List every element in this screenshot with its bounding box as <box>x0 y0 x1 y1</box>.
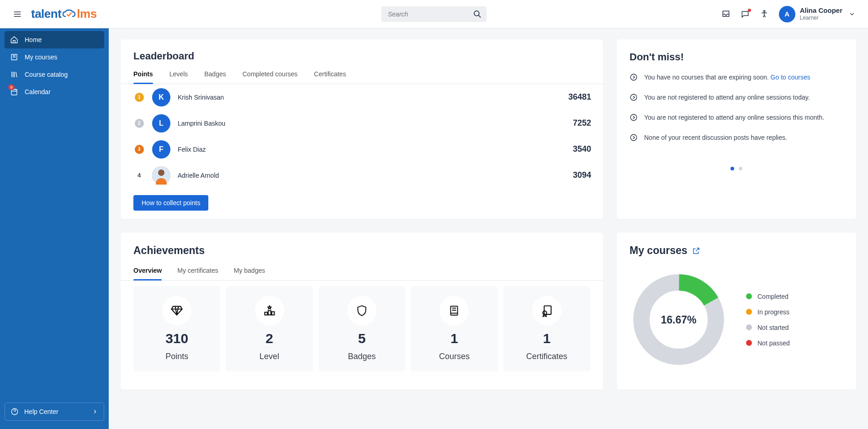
book-icon <box>439 296 469 325</box>
leaderboard-score: 3094 <box>573 170 596 180</box>
legend-dot <box>746 324 752 330</box>
stat-label: Courses <box>439 352 470 361</box>
leaderboard-score: 36481 <box>568 92 596 102</box>
svg-rect-11 <box>265 312 267 315</box>
home-icon <box>10 36 18 44</box>
arrow-circle-icon <box>630 73 638 81</box>
leaderboard-score: 3540 <box>573 144 596 154</box>
tab-overview[interactable]: Overview <box>133 267 162 280</box>
svg-rect-3 <box>11 90 17 95</box>
tab-certificates[interactable]: Certificates <box>314 70 346 84</box>
tab-my-badges[interactable]: My badges <box>234 267 265 280</box>
stat-points: 310 Points <box>133 286 220 371</box>
completion-percent: 16.67% <box>661 313 696 326</box>
stat-level: 2 Level <box>226 286 312 371</box>
go-to-courses-link[interactable]: Go to courses <box>771 74 810 81</box>
logo[interactable]: talent lms <box>31 7 97 21</box>
help-label: Help Center <box>24 408 58 415</box>
svg-point-6 <box>158 169 164 176</box>
user-menu[interactable]: A Alina Cooper Learner <box>779 6 855 22</box>
inbox-icon[interactable] <box>721 10 730 19</box>
courses-icon <box>10 53 18 61</box>
top-bar: talent lms A Alina Cooper Learner <box>0 0 868 28</box>
messages-icon[interactable] <box>741 10 750 19</box>
rank-medal-gold: 1 <box>135 93 144 102</box>
svg-rect-12 <box>268 311 271 315</box>
carousel-dot[interactable] <box>730 167 734 170</box>
hamburger-icon <box>13 10 22 19</box>
certificate-icon <box>532 296 561 325</box>
search-input[interactable] <box>381 6 487 22</box>
external-link-icon[interactable] <box>692 247 700 255</box>
svg-rect-14 <box>451 306 458 315</box>
achievements-tabs: Overview My certificates My badges <box>121 267 603 281</box>
leaderboard-title: Leaderboard <box>121 50 603 62</box>
logo-part1: talent <box>31 7 61 21</box>
notice-item: You are not registered to attend any onl… <box>630 113 843 122</box>
logo-part2: lms <box>77 7 96 21</box>
avatar: A <box>779 6 795 22</box>
menu-toggle[interactable] <box>8 10 26 19</box>
svg-point-7 <box>630 74 637 80</box>
achievements-title: Achievements <box>121 244 603 257</box>
rank-number: 4 <box>133 172 145 179</box>
podium-icon <box>255 296 284 325</box>
tab-levels[interactable]: Levels <box>169 70 188 84</box>
sidebar-label: Calendar <box>25 88 51 95</box>
tab-completed[interactable]: Completed courses <box>243 70 298 84</box>
dont-miss-card: Don't miss! You have no courses that are… <box>617 39 856 219</box>
tab-badges[interactable]: Badges <box>204 70 226 84</box>
stat-courses: 1 Courses <box>411 286 498 371</box>
my-courses-card: My courses 16.67% Completed In progress … <box>617 233 856 390</box>
carousel-dots <box>630 167 843 170</box>
stat-label: Points <box>165 352 188 361</box>
leaderboard-name: Felix Diaz <box>178 146 566 153</box>
arrow-circle-icon <box>630 133 638 142</box>
sidebar-item-home[interactable]: Home <box>5 31 104 48</box>
stat-value: 1 <box>543 331 550 346</box>
sidebar-item-catalog[interactable]: Course catalog <box>5 66 104 83</box>
legend-item: Not passed <box>746 339 790 347</box>
leaderboard-row: 4 Adrielle Arnold 3094 <box>133 162 596 188</box>
legend-dot <box>746 309 752 315</box>
dont-miss-title: Don't miss! <box>630 51 843 63</box>
notice-text: None of your recent discussion posts hav… <box>644 134 787 141</box>
sidebar-item-my-courses[interactable]: My courses <box>5 48 104 66</box>
shield-icon <box>347 296 376 325</box>
sidebar-item-calendar[interactable]: 9 Calendar <box>5 83 104 101</box>
leaderboard-rows[interactable]: 1 K Krish Srinivasan 36481 2 L Lamprini … <box>121 84 603 191</box>
search-icon[interactable] <box>473 10 482 19</box>
leaderboard-score: 7252 <box>573 118 596 128</box>
stat-value: 5 <box>358 331 366 346</box>
stat-value: 1 <box>450 331 458 346</box>
notice-text: You are not registered to attend any onl… <box>644 94 810 101</box>
search-wrapper <box>381 6 487 22</box>
stat-label: Badges <box>348 352 376 361</box>
legend-item: In progress <box>746 308 790 316</box>
leaderboard-avatar: L <box>152 114 170 132</box>
svg-rect-15 <box>544 306 551 315</box>
tab-my-certificates[interactable]: My certificates <box>177 267 218 280</box>
user-name: Alina Cooper <box>800 6 842 15</box>
achievements-card: Achievements Overview My certificates My… <box>121 233 603 390</box>
user-role: Learner <box>800 15 842 21</box>
leaderboard-card: Leaderboard Points Levels Badges Complet… <box>121 39 603 219</box>
carousel-dot[interactable] <box>739 167 742 170</box>
leaderboard-tabs: Points Levels Badges Completed courses C… <box>121 70 603 84</box>
notice-text: You have no courses that are expiring so… <box>644 74 810 81</box>
svg-point-10 <box>630 134 637 141</box>
notification-dot <box>748 9 751 12</box>
chevron-down-icon <box>849 11 855 17</box>
sidebar-list: Home My courses Course catalog 9 Calenda… <box>0 28 109 103</box>
rank-medal-bronze: 3 <box>135 145 144 154</box>
leaderboard-avatar <box>152 166 170 185</box>
arrow-circle-icon <box>630 113 638 122</box>
accessibility-icon[interactable] <box>760 10 769 19</box>
svg-point-1 <box>763 10 765 11</box>
main-content: Leaderboard Points Levels Badges Complet… <box>109 28 868 429</box>
legend-dot <box>746 340 752 346</box>
help-center-button[interactable]: Help Center <box>5 403 104 421</box>
sidebar-label: Course catalog <box>25 71 68 78</box>
tab-points[interactable]: Points <box>133 70 153 84</box>
collect-points-button[interactable]: How to collect points <box>133 195 208 211</box>
